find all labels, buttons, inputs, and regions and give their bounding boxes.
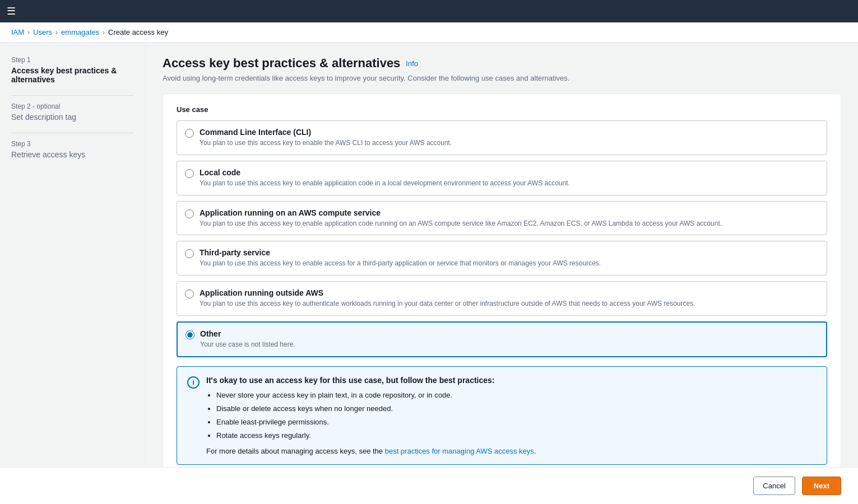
info-box: i It's okay to use an access key for thi…: [177, 366, 827, 465]
radio-aws-compute[interactable]: [185, 209, 194, 218]
breadcrumb-emmagates[interactable]: emmagates: [61, 28, 99, 36]
breadcrumb-sep-3: ›: [103, 29, 105, 36]
step1-label: Step 1: [11, 56, 134, 64]
info-bullet-3: Enable least-privilege permissions.: [216, 417, 536, 427]
sidebar-step-1: Step 1 Access key best practices & alter…: [11, 56, 134, 84]
info-bullet-4: Rotate access keys regularly.: [216, 431, 536, 441]
step3-title: Retrieve access keys: [11, 150, 134, 159]
best-practices-link[interactable]: best practices for managing AWS access k…: [385, 447, 534, 455]
radio-outside-aws[interactable]: [185, 290, 194, 298]
breadcrumb-iam[interactable]: IAM: [11, 28, 24, 36]
radio-other[interactable]: [185, 330, 194, 339]
step2-label: Step 2 - optional: [11, 102, 134, 110]
sidebar: Step 1 Access key best practices & alter…: [0, 43, 146, 503]
sidebar-step-2: Step 2 - optional Set description tag: [11, 102, 134, 122]
option-other-desc: Your use case is not listed here.: [200, 340, 295, 349]
content-area: Access key best practices & alternatives…: [146, 43, 858, 503]
sidebar-step-3: Step 3 Retrieve access keys: [11, 140, 134, 159]
footer-actions: Cancel Next: [0, 467, 858, 504]
info-bullet-2: Disable or delete access keys when no lo…: [216, 404, 536, 414]
page-title: Access key best practices & alternatives…: [163, 56, 841, 71]
info-box-list: Never store your access key in plain tex…: [206, 390, 536, 441]
option-local-code-title: Local code: [200, 168, 570, 177]
option-cli[interactable]: Command Line Interface (CLI) You plan to…: [177, 120, 827, 155]
breadcrumb-current: Create access key: [108, 28, 168, 36]
option-local-code-desc: You plan to use this access key to enabl…: [200, 179, 570, 188]
info-bullet-1: Never store your access key in plain tex…: [216, 390, 536, 400]
step2-title: Set description tag: [11, 113, 134, 122]
option-cli-desc: You plan to use this access key to enabl…: [200, 138, 452, 148]
sidebar-divider-1: [11, 95, 134, 96]
option-other[interactable]: Other Your use case is not listed here.: [177, 321, 827, 357]
sidebar-divider-2: [11, 133, 134, 133]
breadcrumb-sep-2: ›: [55, 29, 58, 36]
breadcrumb-users[interactable]: Users: [33, 28, 52, 36]
page-subtitle: Avoid using long-term credentials like a…: [163, 74, 841, 82]
main-card: Use case Command Line Interface (CLI) Yo…: [163, 94, 841, 477]
option-outside-aws-desc: You plan to use this access key to authe…: [200, 299, 695, 309]
step3-label: Step 3: [11, 140, 134, 148]
info-icon: i: [187, 376, 200, 389]
option-aws-compute[interactable]: Application running on an AWS compute se…: [177, 201, 827, 236]
top-bar: ☰: [0, 0, 858, 22]
breadcrumb: IAM › Users › emmagates › Create access …: [0, 22, 858, 43]
option-other-title: Other: [200, 329, 295, 338]
menu-icon[interactable]: ☰: [7, 5, 16, 17]
cancel-button[interactable]: Cancel: [753, 477, 795, 495]
next-button[interactable]: Next: [802, 477, 841, 495]
option-outside-aws-title: Application running outside AWS: [200, 288, 695, 297]
option-aws-compute-desc: You plan to use this access key to enabl…: [200, 219, 722, 228]
radio-local-code[interactable]: [185, 169, 194, 178]
radio-third-party[interactable]: [185, 249, 194, 258]
info-box-footer: For more details about managing access k…: [206, 447, 536, 455]
radio-cli[interactable]: [185, 129, 194, 138]
option-local-code[interactable]: Local code You plan to use this access k…: [177, 161, 827, 195]
option-aws-compute-title: Application running on an AWS compute se…: [200, 208, 722, 217]
option-third-party[interactable]: Third-party service You plan to use this…: [177, 241, 827, 276]
option-third-party-desc: You plan to use this access key to enabl…: [200, 259, 601, 268]
info-link[interactable]: Info: [406, 59, 418, 68]
option-cli-title: Command Line Interface (CLI): [200, 128, 452, 137]
option-third-party-title: Third-party service: [200, 248, 601, 257]
breadcrumb-sep-1: ›: [27, 29, 30, 36]
option-outside-aws[interactable]: Application running outside AWS You plan…: [177, 281, 827, 316]
step1-title: Access key best practices & alternatives: [11, 66, 134, 84]
info-box-title: It's okay to use an access key for this …: [206, 376, 536, 385]
use-case-label: Use case: [177, 105, 827, 114]
main-layout: Step 1 Access key best practices & alter…: [0, 43, 858, 503]
